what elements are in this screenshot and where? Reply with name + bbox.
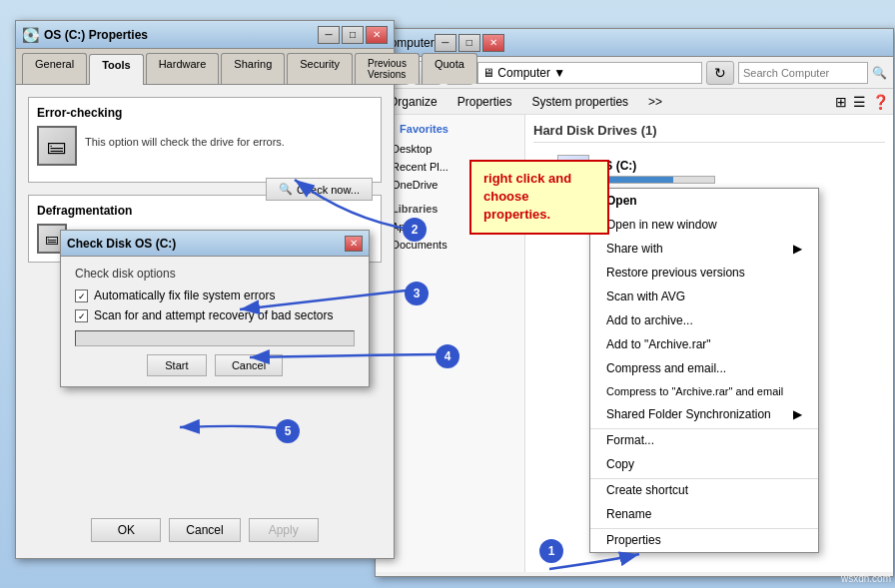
option2-label: Scan for and attempt recovery of bad sec… xyxy=(94,308,333,322)
error-checking-section: Error-checking 🖴 This option will check … xyxy=(28,97,382,183)
check-now-button[interactable]: 🔍 Check now... xyxy=(266,178,373,201)
properties-menu[interactable]: Properties xyxy=(448,92,521,112)
ctx-rename[interactable]: Rename xyxy=(590,502,818,526)
defrag-title: Defragmentation xyxy=(37,204,373,218)
ctx-open[interactable]: Open xyxy=(590,189,818,213)
ctx-copy[interactable]: Copy xyxy=(590,452,818,476)
props-action-buttons: OK Cancel Apply xyxy=(16,510,394,550)
nav-item-desktop[interactable]: Desktop xyxy=(376,140,524,158)
dialog-cancel-button[interactable]: Cancel xyxy=(215,354,283,376)
props-apply-button[interactable]: Apply xyxy=(249,518,319,542)
hdd-icon: 🖴 xyxy=(37,126,77,166)
progress-bar xyxy=(75,330,355,346)
watermark: wsxdn.com xyxy=(841,573,891,584)
error-checking-desc: This option will check the drive for err… xyxy=(85,136,285,148)
ctx-properties[interactable]: Properties xyxy=(590,528,818,552)
tooltip-box: right click and choose properties. xyxy=(469,160,609,235)
props-maximize[interactable]: □ xyxy=(342,26,364,44)
ctx-compress-archive-email[interactable]: Compress to "Archive.rar" and email xyxy=(590,380,818,402)
ctx-format[interactable]: Format... xyxy=(590,428,818,452)
ctx-shared-folder[interactable]: Shared Folder Synchronization ▶ xyxy=(590,402,818,426)
dialog-section-title: Check disk options xyxy=(75,267,355,281)
ctx-restore-versions[interactable]: Restore previous versions xyxy=(590,261,818,285)
props-ok-button[interactable]: OK xyxy=(91,518,161,542)
ctx-add-archive-rar[interactable]: Add to "Archive.rar" xyxy=(590,332,818,356)
props-window-controls: ─ □ ✕ xyxy=(318,26,388,44)
tab-security[interactable]: Security xyxy=(287,53,353,84)
start-button[interactable]: Start xyxy=(147,354,207,376)
drive-bar-container xyxy=(595,176,715,184)
tab-tools[interactable]: Tools xyxy=(89,54,144,85)
minimize-button[interactable]: ─ xyxy=(435,34,456,52)
search-input[interactable] xyxy=(738,62,868,84)
callout-5: 5 xyxy=(276,419,300,443)
tab-general[interactable]: General xyxy=(22,53,87,84)
checkdisk-dialog: Check Disk OS (C:) ✕ Check disk options … xyxy=(60,230,370,387)
tooltip-text: right click and choose properties. xyxy=(483,171,571,222)
props-tab-bar: General Tools Hardware Sharing Security … xyxy=(16,49,394,85)
ctx-share-with[interactable]: Share with ▶ xyxy=(590,237,818,261)
dialog-title: Check Disk OS (C:) xyxy=(67,237,345,251)
tab-previous-versions[interactable]: Previous Versions xyxy=(355,53,420,84)
props-drive-icon: 💽 xyxy=(22,27,38,43)
drive-info: OS (C:) xyxy=(595,159,715,184)
check-now-icon: 🔍 xyxy=(279,183,293,196)
context-menu: Open Open in new window Share with ▶ Res… xyxy=(589,188,819,553)
close-button[interactable]: ✕ xyxy=(482,34,504,52)
tab-sharing[interactable]: Sharing xyxy=(221,53,285,84)
ctx-compress-email[interactable]: Compress and email... xyxy=(590,356,818,380)
option1-checkbox[interactable] xyxy=(75,290,88,302)
ctx-add-archive[interactable]: Add to archive... xyxy=(590,308,818,332)
refresh-button[interactable]: ↻ xyxy=(706,61,734,85)
dialog-titlebar: Check Disk OS (C:) ✕ xyxy=(61,231,369,257)
props-minimize[interactable]: ─ xyxy=(318,26,340,44)
option2-checkbox[interactable] xyxy=(75,309,88,322)
props-close[interactable]: ✕ xyxy=(366,26,388,44)
callout-3: 3 xyxy=(405,282,429,305)
error-checking-title: Error-checking xyxy=(37,106,373,120)
help-icon[interactable]: ❓ xyxy=(872,94,889,110)
props-cancel-button[interactable]: Cancel xyxy=(169,518,240,542)
dialog-close-button[interactable]: ✕ xyxy=(345,236,363,252)
drive-name: OS (C:) xyxy=(595,159,715,173)
dialog-buttons: Start Cancel xyxy=(75,354,355,376)
drive-preview: 🖴 This option will check the drive for e… xyxy=(37,126,373,166)
favorites-header: ★ Favorites xyxy=(376,119,524,140)
view-list-icon[interactable]: ☰ xyxy=(853,94,866,110)
more-menu[interactable]: >> xyxy=(639,92,671,112)
callout-1: 1 xyxy=(539,539,563,563)
view-icon[interactable]: ⊞ xyxy=(835,94,847,110)
props-titlebar: 💽 OS (C:) Properties ─ □ ✕ xyxy=(16,21,394,49)
option1-row: Automatically fix file system errors xyxy=(75,289,355,302)
nav-item-documents[interactable]: Documents xyxy=(376,236,524,254)
hard-disk-header: Hard Disk Drives (1) xyxy=(533,123,885,143)
callout-2: 2 xyxy=(403,218,427,242)
tab-quota[interactable]: Quota xyxy=(422,53,477,84)
props-title: OS (C:) Properties xyxy=(44,28,318,42)
tab-hardware[interactable]: Hardware xyxy=(146,53,220,84)
option1-label: Automatically fix file system errors xyxy=(94,289,275,302)
callout-4: 4 xyxy=(436,344,459,368)
explorer-window-controls: ─ □ ✕ xyxy=(435,34,504,52)
ctx-scan-avg[interactable]: Scan with AVG xyxy=(590,285,818,308)
maximize-button[interactable]: □ xyxy=(458,34,480,52)
ctx-open-new-window[interactable]: Open in new window xyxy=(590,213,818,237)
system-properties-menu[interactable]: System properties xyxy=(522,92,637,112)
dialog-content: Check disk options Automatically fix fil… xyxy=(61,257,369,386)
option2-row: Scan for and attempt recovery of bad sec… xyxy=(75,308,355,322)
address-bar-icon: 🖥 xyxy=(482,66,494,80)
search-icon[interactable]: 🔍 xyxy=(872,66,887,80)
explorer-menubar: Organize Properties System properties >>… xyxy=(376,89,893,115)
ctx-create-shortcut[interactable]: Create shortcut xyxy=(590,478,818,502)
address-bar[interactable]: 🖥 Computer ▼ xyxy=(477,62,702,84)
